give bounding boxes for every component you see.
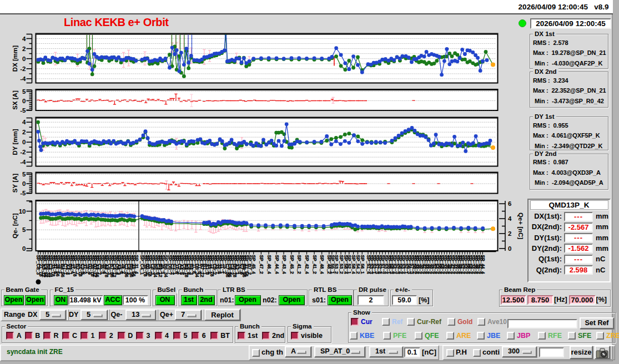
svg-text:-2: -2: [20, 65, 26, 72]
svg-text:0: 0: [22, 98, 26, 104]
svg-text:SY [A]: SY [A]: [12, 174, 18, 193]
svg-text:SP_31_4: SP_31_4: [134, 255, 139, 275]
svg-text:0: 0: [22, 180, 26, 187]
svg-text:DX [mm]: DX [mm]: [12, 46, 18, 72]
svg-text:-2: -2: [20, 149, 26, 155]
svg-text:SP_47_2: SP_47_2: [259, 255, 264, 275]
svg-text:SX [A]: SX [A]: [12, 90, 18, 110]
svg-text:10: 10: [19, 208, 26, 215]
svg-text:DY [mm]: DY [mm]: [12, 129, 18, 155]
svg-text:SP_42_4: SP_42_4: [304, 255, 310, 275]
svg-text:0: 0: [22, 139, 26, 145]
svg-text:4: 4: [22, 36, 26, 42]
svg-text:-4: -4: [20, 159, 26, 165]
svg-text:SP_41_2: SP_41_2: [296, 255, 302, 275]
svg-text:SP_45_4: SP_45_4: [251, 255, 256, 275]
svg-text:SP_43_4: SP_43_4: [281, 255, 287, 275]
svg-text:5: 5: [22, 226, 26, 233]
svg-text:SP_53_2: SP_53_2: [334, 255, 339, 275]
svg-text:SP_56_1: SP_56_1: [360, 255, 365, 275]
svg-text:2: 2: [22, 129, 26, 135]
svg-text:SP_45_2: SP_45_2: [289, 255, 295, 275]
svg-text:-5: -5: [20, 190, 26, 196]
svg-text:4: 4: [22, 119, 26, 125]
svg-text:5: 5: [22, 88, 26, 95]
svg-text:-5: -5: [20, 107, 26, 114]
svg-text:0: 0: [22, 55, 26, 62]
svg-text:SP_41_2: SP_41_2: [312, 255, 318, 275]
svg-text:5: 5: [22, 171, 26, 178]
svg-text:2: 2: [508, 230, 511, 237]
svg-text:2: 2: [22, 46, 26, 52]
svg-text:SP_48_4: SP_48_4: [319, 255, 325, 275]
svg-text:4: 4: [508, 215, 512, 222]
svg-text:Qe+ [nC]: Qe+ [nC]: [517, 213, 524, 239]
svg-text:Qe- [nC]: Qe- [nC]: [12, 213, 18, 239]
svg-text:SP_44_4: SP_44_4: [480, 255, 486, 275]
svg-text:6: 6: [508, 200, 511, 207]
svg-text:SP_44_4: SP_44_4: [274, 255, 280, 275]
svg-text:0: 0: [22, 245, 26, 252]
svg-text:0: 0: [508, 245, 511, 252]
svg-text:SP_46_4: SP_46_4: [266, 255, 272, 275]
svg-text:-4: -4: [20, 75, 26, 82]
